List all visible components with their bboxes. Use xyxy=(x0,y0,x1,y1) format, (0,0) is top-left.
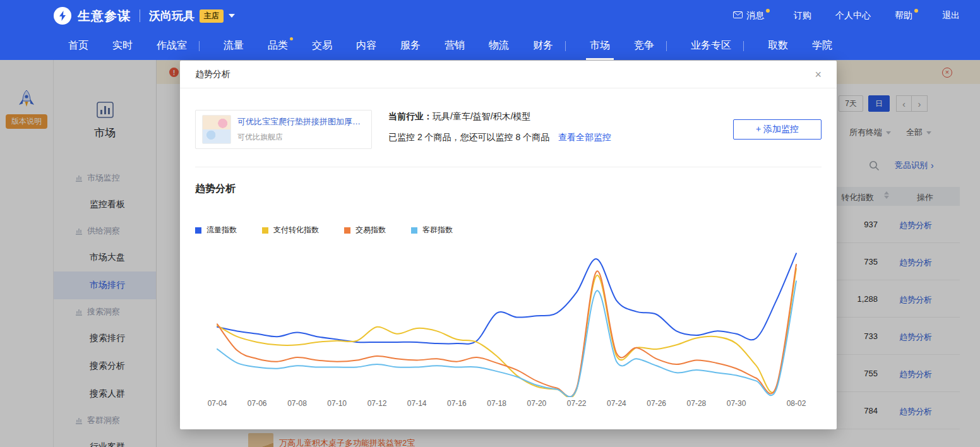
header-menu-label: 帮助 xyxy=(895,10,912,21)
x-tick-label: 07-24 xyxy=(607,399,626,408)
x-tick-label: 07-10 xyxy=(327,399,347,408)
legend-label: 支付转化指数 xyxy=(273,225,319,235)
shop-name: 可优比旗舰店 xyxy=(237,132,364,143)
nav-item[interactable]: 学院 xyxy=(812,32,832,60)
x-tick-label: 07-30 xyxy=(727,399,746,408)
chart-x-axis: 07-0407-0607-0807-1007-1207-1407-1607-18… xyxy=(195,399,822,410)
nav-item[interactable]: 内容 xyxy=(356,32,376,60)
nav-item-label: 实时 xyxy=(112,39,133,52)
legend-label: 流量指数 xyxy=(206,225,237,235)
header-menu: 消息 订购 个人中心 xyxy=(709,10,960,21)
legend-swatch xyxy=(262,227,268,234)
header-menu-label: 消息 xyxy=(746,10,764,21)
header-menu-label: 订购 xyxy=(794,10,811,21)
modal-body: 可优比宝宝爬行垫拼接拼图加厚婴... 可优比旗舰店 当前行业：玩具/童车/益智/… xyxy=(180,110,837,412)
notification-dot xyxy=(290,37,293,40)
nav-item-label: 业务专区 xyxy=(691,39,731,52)
top-header: 生意参谋 沃尚玩具 主店 消息 订购 xyxy=(0,0,980,60)
header-menu-item[interactable]: 个人中心 xyxy=(835,10,871,21)
legend-item[interactable]: 支付转化指数 xyxy=(262,225,319,235)
main-nav: 首页 实时 作战室 流量 品类 交易 内容 服务 xyxy=(0,32,980,60)
nav-item[interactable]: 作战室 xyxy=(157,32,200,60)
header-menu-item[interactable]: 帮助 xyxy=(895,10,918,21)
x-tick-label: 07-22 xyxy=(567,399,587,408)
x-tick-label: 07-20 xyxy=(527,399,547,408)
nav-item-label: 作战室 xyxy=(157,39,187,52)
nav-item-label: 物流 xyxy=(489,39,509,52)
sycm-logo-icon[interactable] xyxy=(54,7,71,25)
monitor-status-text: 已监控 2 个商品，您还可以监控 8 个商品 xyxy=(388,132,549,142)
product-card: 可优比宝宝爬行垫拼接拼图加厚婴... 可优比旗舰店 xyxy=(195,110,372,149)
nav-item[interactable]: 竞争 xyxy=(634,32,667,60)
add-monitor-button[interactable]: + 添加监控 xyxy=(733,119,822,140)
x-tick-label: 07-26 xyxy=(647,399,666,408)
industry-value: 玩具/童车/益智/积木/模型 xyxy=(433,111,531,121)
nav-item[interactable]: 交易 xyxy=(312,32,332,60)
app-title: 生意参谋 xyxy=(78,8,131,25)
x-tick-label: 07-06 xyxy=(248,399,267,408)
notification-dot xyxy=(914,9,918,13)
x-tick-label: 07-16 xyxy=(447,399,467,408)
x-tick-label: 07-18 xyxy=(487,399,506,408)
nav-item[interactable]: 流量 xyxy=(224,32,244,60)
nav-item-label: 品类 xyxy=(268,39,288,52)
trend-chart: 07-0407-0607-0807-1007-1207-1407-1607-18… xyxy=(195,246,822,412)
header-menu-item[interactable]: 退出 xyxy=(942,10,960,21)
x-tick-label: 08-02 xyxy=(787,399,806,408)
nav-item-label: 首页 xyxy=(68,39,88,52)
x-tick-label: 07-08 xyxy=(287,399,307,408)
legend-label: 客群指数 xyxy=(422,225,453,235)
view-all-monitors-link[interactable]: 查看全部监控 xyxy=(558,132,611,142)
nav-item[interactable]: 服务 xyxy=(400,32,421,60)
nav-item[interactable]: 首页 xyxy=(68,32,88,60)
header-row: 生意参谋 沃尚玩具 主店 消息 订购 xyxy=(0,0,980,32)
industry-label: 当前行业： xyxy=(388,111,433,121)
nav-item[interactable]: 市场 xyxy=(590,32,610,60)
nav-item[interactable]: 品类 xyxy=(268,32,288,60)
nav-item[interactable]: 物流 xyxy=(489,32,509,60)
x-tick-label: 07-04 xyxy=(208,399,227,408)
product-texts: 可优比宝宝爬行垫拼接拼图加厚婴... 可优比旗舰店 xyxy=(237,116,364,143)
shop-name[interactable]: 沃尚玩具 xyxy=(149,8,194,23)
product-image[interactable] xyxy=(202,115,231,144)
modal-header: 趋势分析 × xyxy=(180,61,837,88)
legend-label: 交易指数 xyxy=(356,225,386,235)
nav-item[interactable]: 业务专区 xyxy=(691,32,744,60)
mail-icon xyxy=(733,11,743,18)
chevron-down-icon[interactable] xyxy=(229,14,235,18)
nav-item-label: 服务 xyxy=(400,39,421,52)
nav-item-label: 交易 xyxy=(312,39,332,52)
legend-item[interactable]: 流量指数 xyxy=(195,225,237,235)
header-menu-item[interactable]: 订购 xyxy=(794,10,811,21)
trend-section-title: 趋势分析 xyxy=(195,182,822,196)
modal-title: 趋势分析 xyxy=(195,69,230,80)
x-tick-label: 07-12 xyxy=(368,399,387,408)
x-tick-label: 07-28 xyxy=(687,399,707,408)
nav-item[interactable]: 营销 xyxy=(445,32,465,60)
nav-item-label: 学院 xyxy=(812,39,832,52)
nav-item-label: 市场 xyxy=(590,39,610,52)
page: 生意参谋 沃尚玩具 主店 消息 订购 xyxy=(0,0,980,447)
header-menu-item[interactable]: 消息 xyxy=(733,10,770,21)
nav-item-label: 营销 xyxy=(445,39,465,52)
divider xyxy=(195,167,822,167)
product-link[interactable]: 可优比宝宝爬行垫拼接拼图加厚婴... xyxy=(237,116,364,128)
header-menu-label: 退出 xyxy=(942,10,960,21)
trend-analysis-modal: 趋势分析 × 可优比宝宝爬行垫拼接拼图加厚婴... 可优比旗舰店 当前行业：玩具… xyxy=(180,61,837,429)
legend-item[interactable]: 客群指数 xyxy=(411,225,453,235)
nav-item-label: 财务 xyxy=(533,39,553,52)
trend-chart-svg xyxy=(195,246,822,397)
header-menu-label: 个人中心 xyxy=(835,10,871,21)
header-divider xyxy=(140,9,140,22)
notification-dot xyxy=(766,9,770,13)
nav-item-label: 流量 xyxy=(224,39,244,52)
legend-item[interactable]: 交易指数 xyxy=(344,225,386,235)
nav-item[interactable]: 实时 xyxy=(112,32,133,60)
monitored-product-row: 可优比宝宝爬行垫拼接拼图加厚婴... 可优比旗舰店 当前行业：玩具/童车/益智/… xyxy=(195,110,822,149)
nav-item[interactable]: 取数 xyxy=(768,32,788,60)
x-tick-label: 07-14 xyxy=(407,399,427,408)
nav-item[interactable]: 财务 xyxy=(533,32,566,60)
legend-swatch xyxy=(344,227,350,234)
nav-item-label: 内容 xyxy=(356,39,376,52)
close-icon[interactable]: × xyxy=(815,69,822,80)
